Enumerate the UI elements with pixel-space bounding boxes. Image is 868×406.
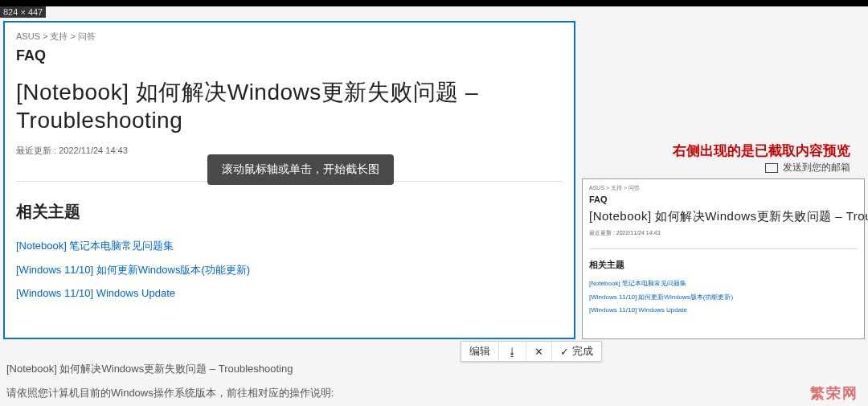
preview-related-heading: 相关主题 bbox=[589, 259, 858, 271]
breadcrumb[interactable]: ASUS > 支持 > 问答 bbox=[16, 31, 563, 43]
related-link[interactable]: [Windows 11/10] Windows Update bbox=[16, 287, 563, 299]
preview-related-link: [Windows 11/10] Windows Update bbox=[589, 306, 858, 314]
page-title: [Notebook] 如何解决Windows更新失败问题 – Troublesh… bbox=[16, 77, 563, 133]
done-button[interactable]: ✓ 完成 bbox=[552, 342, 601, 361]
edit-button[interactable]: 编辑 bbox=[461, 342, 499, 361]
check-icon: ✓ bbox=[560, 346, 569, 358]
send-email-label: 发送到您的邮箱 bbox=[783, 161, 850, 174]
capture-toolbar: 编辑 ⭳ ✕ ✓ 完成 bbox=[461, 341, 602, 362]
download-button[interactable]: ⭳ bbox=[499, 342, 526, 361]
watermark: 繁荣网 bbox=[810, 383, 858, 403]
preview-breadcrumb: ASUS > 支持 > 问答 bbox=[589, 184, 858, 192]
done-label: 完成 bbox=[572, 344, 593, 359]
related-topics-heading: 相关主题 bbox=[16, 201, 563, 223]
close-icon: ✕ bbox=[534, 346, 543, 358]
capture-dimensions: 824 × 447 bbox=[0, 6, 46, 18]
mail-icon bbox=[765, 163, 778, 173]
preview-note: 右侧出现的是已截取内容预览 bbox=[673, 141, 850, 160]
preview-related-link: [Notebook] 笔记本电脑常见问题集 bbox=[589, 279, 858, 288]
preview-faq-heading: FAQ bbox=[589, 195, 858, 204]
faq-heading: FAQ bbox=[16, 47, 563, 64]
scroll-capture-tooltip: 滚动鼠标轴或单击，开始截长图 bbox=[207, 154, 394, 185]
preview-related-link: [Windows 11/10] 如何更新Windows版本(功能更新) bbox=[589, 293, 858, 301]
capture-preview-panel: ASUS > 支持 > 问答 FAQ [Notebook] 如何解决Window… bbox=[582, 178, 865, 339]
cancel-button[interactable]: ✕ bbox=[526, 342, 552, 361]
preview-page-title: [Notebook] 如何解决Windows更新失败问题 – Troublesh… bbox=[589, 209, 858, 224]
article-title-below: [Notebook] 如何解决Windows更新失败问题 – Troublesh… bbox=[6, 362, 293, 376]
top-nav-bar bbox=[0, 0, 868, 6]
download-icon: ⭳ bbox=[507, 346, 518, 358]
article-intro-below: 请依照您计算机目前的Windows操作系统版本，前往相对应的操作说明: bbox=[6, 386, 334, 400]
related-link[interactable]: [Windows 11/10] 如何更新Windows版本(功能更新) bbox=[16, 263, 563, 277]
preview-last-updated: 最近更新 : 2022/11/24 14:43 bbox=[589, 229, 858, 237]
send-email-row[interactable]: 发送到您的邮箱 bbox=[765, 161, 850, 174]
preview-divider bbox=[589, 248, 858, 249]
related-link[interactable]: [Notebook] 笔记本电脑常见问题集 bbox=[16, 239, 563, 253]
